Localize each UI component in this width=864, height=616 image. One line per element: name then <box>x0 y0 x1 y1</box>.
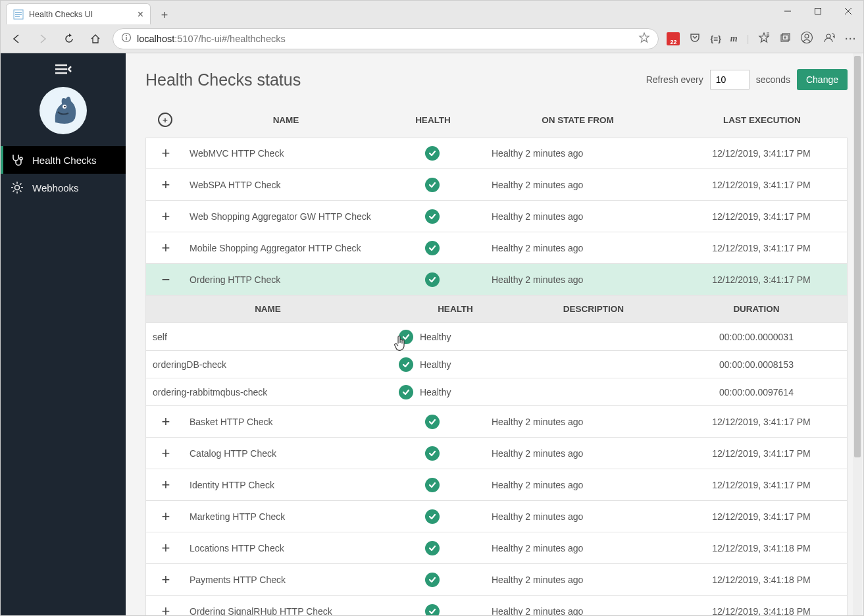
detail-duration: 00:00:00.0008153 <box>666 359 847 370</box>
change-button[interactable]: Change <box>797 69 848 90</box>
health-check-icon <box>425 272 440 287</box>
expand-icon[interactable]: + <box>157 476 174 494</box>
tab-strip: Health Checks UI × + <box>1 1 174 24</box>
table-row[interactable]: +WebSPA HTTP CheckHealthy 2 minutes ago1… <box>145 169 848 201</box>
browser-tab[interactable]: Health Checks UI × <box>6 3 151 24</box>
braces-icon[interactable]: {≡} <box>710 34 721 43</box>
window-maximize-icon[interactable] <box>803 1 833 22</box>
scrollbar-thumb[interactable] <box>854 56 861 457</box>
expand-icon[interactable]: + <box>157 445 174 462</box>
row-state: Healthy 2 minutes ago <box>478 511 676 522</box>
nav-refresh-icon[interactable] <box>60 30 78 48</box>
table-row[interactable]: +Payments HTTP CheckHealthy 2 minutes ag… <box>145 564 848 596</box>
row-last-exec: 12/12/2019, 3:41:17 PM <box>676 148 847 159</box>
refresh-interval-input[interactable] <box>710 70 750 90</box>
window-close-icon[interactable] <box>833 1 863 22</box>
table-row[interactable]: +Marketing HTTP CheckHealthy 2 minutes a… <box>145 501 848 532</box>
main-content: Health Checks status Refresh every secon… <box>126 53 863 615</box>
row-state: Healthy 2 minutes ago <box>478 417 676 427</box>
scrollbar[interactable] <box>853 53 862 615</box>
bookmark-star-icon[interactable] <box>638 32 650 45</box>
m-extension-icon[interactable]: m <box>730 34 738 44</box>
detail-name: self <box>146 332 390 342</box>
svg-rect-1 <box>15 12 22 13</box>
row-name: Mobile Shopping Aggregator HTTP Check <box>186 243 386 253</box>
more-menu-icon[interactable]: ··· <box>845 34 857 44</box>
svg-rect-5 <box>815 9 821 14</box>
expand-icon[interactable]: + <box>157 208 174 225</box>
browser-window: Health Checks UI × + localhost:5107/hc-u… <box>0 0 864 616</box>
feedback-icon[interactable] <box>823 31 836 46</box>
th-state: ON STATE FROM <box>479 115 676 125</box>
table-row[interactable]: +WebMVC HTTP CheckHealthy 2 minutes ago1… <box>145 138 848 169</box>
row-name: Catalog HTTP Check <box>186 448 386 459</box>
nav-back-icon[interactable] <box>7 30 26 48</box>
row-name: Identity HTTP Check <box>186 480 386 490</box>
detail-name: orderingDB-check <box>146 359 390 370</box>
svg-point-25 <box>64 106 66 108</box>
expand-icon[interactable]: + <box>157 240 174 257</box>
table-row[interactable]: +Basket HTTP CheckHealthy 2 minutes ago1… <box>145 406 848 438</box>
row-last-exec: 12/12/2019, 3:41:18 PM <box>676 575 847 585</box>
new-tab-button[interactable]: + <box>155 6 174 24</box>
nav-home-icon[interactable] <box>86 30 105 48</box>
address-bar[interactable]: localhost:5107/hc-ui#/healthchecks <box>113 28 659 49</box>
menu-toggle-icon[interactable] <box>54 63 72 78</box>
row-last-exec: 12/12/2019, 3:41:17 PM <box>676 448 847 459</box>
row-name: Payments HTTP Check <box>186 575 386 585</box>
site-info-icon[interactable] <box>121 32 132 45</box>
th-name: NAME <box>185 115 387 125</box>
detail-health: Healthy <box>390 330 521 344</box>
row-last-exec: 12/12/2019, 3:41:17 PM <box>676 211 847 222</box>
table-row[interactable]: +Locations HTTP CheckHealthy 2 minutes a… <box>145 532 848 564</box>
row-state: Healthy 2 minutes ago <box>478 243 676 253</box>
expand-icon[interactable]: + <box>157 176 174 193</box>
detail-row: ordering-rabbitmqbus-checkHealthy00:00:0… <box>145 378 848 406</box>
row-name: Ordering HTTP Check <box>186 274 386 285</box>
expand-icon[interactable]: + <box>157 413 174 430</box>
svg-point-19 <box>826 34 830 38</box>
expand-all-icon[interactable]: + <box>158 113 172 127</box>
health-check-icon <box>399 385 413 399</box>
row-last-exec: 12/12/2019, 3:41:17 PM <box>676 511 847 522</box>
row-state: Healthy 2 minutes ago <box>478 448 676 459</box>
expand-icon[interactable]: + <box>157 540 174 557</box>
row-state: Healthy 2 minutes ago <box>478 575 676 585</box>
table-row[interactable]: −Ordering HTTP CheckHealthy 2 minutes ag… <box>145 264 848 295</box>
table-row[interactable]: +Identity HTTP CheckHealthy 2 minutes ag… <box>145 469 848 501</box>
row-last-exec: 12/12/2019, 3:41:18 PM <box>676 606 847 616</box>
expand-icon[interactable]: + <box>157 603 174 616</box>
table-row[interactable]: +Web Shopping Aggregator GW HTTP CheckHe… <box>145 201 848 232</box>
pocket-icon[interactable] <box>689 32 701 45</box>
health-check-icon <box>425 415 440 429</box>
table-row[interactable]: +Mobile Shopping Aggregator HTTP CheckHe… <box>145 232 848 264</box>
profile-icon[interactable] <box>800 31 813 46</box>
health-checks-table: + NAME HEALTH ON STATE FROM LAST EXECUTI… <box>145 106 848 615</box>
table-row[interactable]: +Ordering SignalRHub HTTP CheckHealthy 2… <box>145 596 848 615</box>
dth-name: NAME <box>146 304 390 314</box>
th-health: HEALTH <box>387 115 479 125</box>
expand-icon[interactable]: + <box>157 508 174 525</box>
collapse-icon[interactable]: − <box>157 271 174 288</box>
row-last-exec: 12/12/2019, 3:41:17 PM <box>676 274 847 285</box>
table-header: + NAME HEALTH ON STATE FROM LAST EXECUTI… <box>145 106 848 138</box>
dth-description: DESCRIPTION <box>521 304 666 314</box>
expand-icon[interactable]: + <box>157 571 174 588</box>
browser-titlebar: Health Checks UI × + <box>1 1 863 24</box>
detail-row: selfHealthy00:00:00.0000031 <box>145 323 848 351</box>
tab-close-icon[interactable]: × <box>138 9 143 20</box>
dth-duration: DURATION <box>666 304 847 314</box>
calendar-icon[interactable] <box>667 32 680 45</box>
expand-icon[interactable]: + <box>157 145 174 162</box>
row-name: Locations HTTP Check <box>186 543 386 553</box>
window-controls <box>773 1 863 22</box>
window-minimize-icon[interactable] <box>773 1 803 22</box>
collections-icon[interactable] <box>779 32 791 45</box>
tab-title: Health Checks UI <box>29 10 93 19</box>
favorites-icon[interactable] <box>758 32 770 45</box>
detail-name: ordering-rabbitmqbus-check <box>146 387 390 398</box>
table-row[interactable]: +Catalog HTTP CheckHealthy 2 minutes ago… <box>145 438 848 469</box>
th-last: LAST EXECUTION <box>676 115 848 125</box>
sidebar-item-health-checks[interactable]: Health Checks <box>1 146 126 174</box>
sidebar-item-webhooks[interactable]: Webhooks <box>1 174 126 201</box>
